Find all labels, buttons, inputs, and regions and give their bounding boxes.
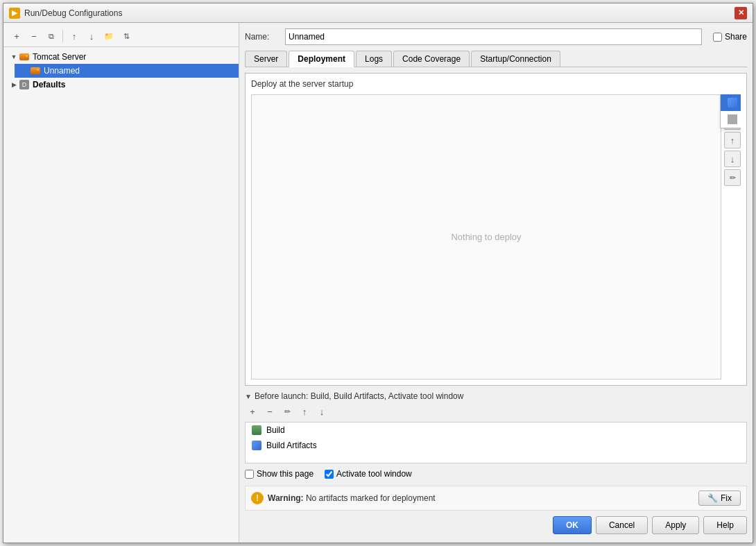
close-button[interactable]: ✕ bbox=[734, 7, 747, 19]
activate-tool-window-checkbox[interactable] bbox=[325, 470, 334, 479]
tree-item-tomcat-server[interactable]: ▼ Tomcat Server bbox=[3, 50, 239, 64]
before-launch-list: Build Build Artifacts bbox=[245, 422, 747, 463]
add-config-button[interactable]: + bbox=[9, 28, 24, 44]
warning-row: ! Warning: No artifacts marked for deplo… bbox=[245, 486, 747, 511]
tree-item-unnamed[interactable]: ▶ Unnamed bbox=[15, 64, 239, 78]
before-launch-label: Before launch: Build, Build Artifacts, A… bbox=[255, 391, 464, 401]
tabs-row: Server Deployment Logs Code Coverage Sta… bbox=[245, 51, 747, 67]
build-artifacts-label: Build Artifacts bbox=[266, 441, 317, 450]
title-bar: ▶ Run/Debug Configurations ✕ bbox=[3, 3, 753, 23]
deploy-area-wrapper: Nothing to deploy Artifact... External S… bbox=[251, 94, 741, 379]
move-launch-up-button[interactable]: ↑ bbox=[297, 404, 312, 419]
run-debug-configurations-window: ▶ Run/Debug Configurations ✕ + − ⧉ ↑ ↓ 📁… bbox=[3, 3, 753, 543]
window-title: Run/Debug Configurations bbox=[24, 8, 734, 18]
expand-arrow-tomcat: ▼ bbox=[9, 52, 19, 62]
tab-code-coverage[interactable]: Code Coverage bbox=[393, 51, 470, 67]
share-label: Share bbox=[725, 32, 747, 42]
unnamed-label: Unnamed bbox=[44, 66, 80, 76]
edit-deploy-button[interactable]: ✏ bbox=[724, 169, 741, 186]
move-deploy-down-button[interactable]: ↓ bbox=[724, 151, 741, 167]
before-launch-collapse-arrow[interactable]: ▼ bbox=[245, 393, 252, 400]
fix-icon: 🔧 bbox=[707, 493, 718, 503]
unnamed-icon bbox=[30, 65, 41, 76]
cancel-button[interactable]: Cancel bbox=[596, 516, 648, 534]
footer-buttons: OK Cancel Apply Help bbox=[245, 511, 747, 537]
edit-launch-button[interactable]: ✏ bbox=[280, 404, 295, 419]
remove-config-button[interactable]: − bbox=[26, 28, 42, 44]
window-icon: ▶ bbox=[9, 8, 20, 19]
right-panel: Name: Share Server Deployment Logs bbox=[239, 23, 753, 543]
move-up-button[interactable]: ↑ bbox=[67, 28, 82, 44]
share-checkbox[interactable] bbox=[713, 33, 722, 42]
share-row: Share bbox=[713, 32, 747, 42]
warning-rest: No artifacts marked for deployment bbox=[306, 493, 436, 503]
sidebar-toolbar: + − ⧉ ↑ ↓ 📁 ⇅ bbox=[3, 26, 239, 47]
deploy-area: Nothing to deploy Artifact... External S… bbox=[251, 94, 721, 379]
deploy-header: Deploy at the server startup bbox=[251, 79, 741, 89]
activate-tool-window-label: Activate tool window bbox=[336, 469, 412, 479]
toolbar-separator bbox=[62, 30, 63, 42]
tree-item-defaults[interactable]: ▶ D Defaults bbox=[3, 78, 239, 92]
expand-arrow-defaults: ▶ bbox=[9, 80, 19, 89]
help-button[interactable]: Help bbox=[703, 516, 747, 534]
artifact-icon bbox=[728, 98, 737, 108]
sidebar: + − ⧉ ↑ ↓ 📁 ⇅ ▼ bbox=[3, 23, 239, 543]
ok-button[interactable]: OK bbox=[553, 516, 592, 534]
fix-label: Fix bbox=[721, 493, 732, 503]
folder-button[interactable]: 📁 bbox=[101, 28, 117, 44]
build-icon bbox=[251, 425, 262, 436]
before-launch-section: ▼ Before launch: Build, Build Artifacts,… bbox=[245, 391, 747, 511]
apply-button[interactable]: Apply bbox=[652, 516, 699, 534]
launch-item-build[interactable]: Build bbox=[246, 423, 746, 438]
deploy-actions: + − ↑ ↓ ✏ bbox=[724, 94, 741, 379]
warning-text: Warning: No artifacts marked for deploym… bbox=[268, 493, 694, 503]
move-deploy-up-button[interactable]: ↑ bbox=[724, 132, 741, 148]
tomcat-server-icon bbox=[19, 51, 30, 62]
nothing-to-deploy-text: Nothing to deploy bbox=[451, 232, 521, 242]
sort-button[interactable]: ⇅ bbox=[119, 28, 134, 44]
tab-content-deployment: Deploy at the server startup Nothing to … bbox=[245, 73, 747, 386]
config-tree: ▼ Tomcat Server ▶ bbox=[3, 47, 239, 94]
tab-deployment[interactable]: Deployment bbox=[289, 51, 354, 67]
before-launch-header: ▼ Before launch: Build, Build Artifacts,… bbox=[245, 391, 747, 401]
add-dropdown-menu: Artifact... External Source... bbox=[720, 94, 741, 128]
warning-icon: ! bbox=[251, 492, 264, 504]
show-page-checkbox[interactable] bbox=[245, 470, 254, 479]
name-label: Name: bbox=[245, 32, 280, 42]
external-source-icon bbox=[728, 114, 737, 124]
activate-tool-window-checkbox-row: Activate tool window bbox=[325, 469, 412, 479]
remove-launch-button[interactable]: − bbox=[262, 404, 277, 419]
build-artifacts-icon bbox=[251, 440, 262, 451]
before-launch-toolbar: + − ✏ ↑ ↓ bbox=[245, 404, 747, 419]
dropdown-item-external-source[interactable]: External Source... bbox=[721, 111, 741, 128]
defaults-icon: D bbox=[19, 79, 30, 90]
tab-server[interactable]: Server bbox=[245, 51, 287, 67]
fix-button[interactable]: 🔧 Fix bbox=[698, 490, 741, 506]
launch-item-build-artifacts[interactable]: Build Artifacts bbox=[246, 438, 746, 453]
warning-bold: Warning: bbox=[268, 493, 304, 503]
dropdown-item-artifact[interactable]: Artifact... bbox=[721, 94, 741, 111]
build-label: Build bbox=[266, 425, 285, 435]
checkboxes-row: Show this page Activate tool window bbox=[245, 469, 747, 479]
defaults-label: Defaults bbox=[33, 80, 65, 89]
name-row: Name: Share bbox=[245, 28, 747, 45]
tab-logs[interactable]: Logs bbox=[356, 51, 392, 67]
move-launch-down-button[interactable]: ↓ bbox=[314, 404, 329, 419]
name-input[interactable] bbox=[285, 28, 702, 45]
tab-startup-connection[interactable]: Startup/Connection bbox=[471, 51, 560, 67]
copy-config-button[interactable]: ⧉ bbox=[44, 28, 59, 44]
show-page-label: Show this page bbox=[257, 469, 313, 479]
show-page-checkbox-row: Show this page bbox=[245, 469, 313, 479]
move-down-button[interactable]: ↓ bbox=[84, 28, 99, 44]
add-launch-button[interactable]: + bbox=[245, 404, 260, 419]
tomcat-server-label: Tomcat Server bbox=[33, 52, 86, 62]
